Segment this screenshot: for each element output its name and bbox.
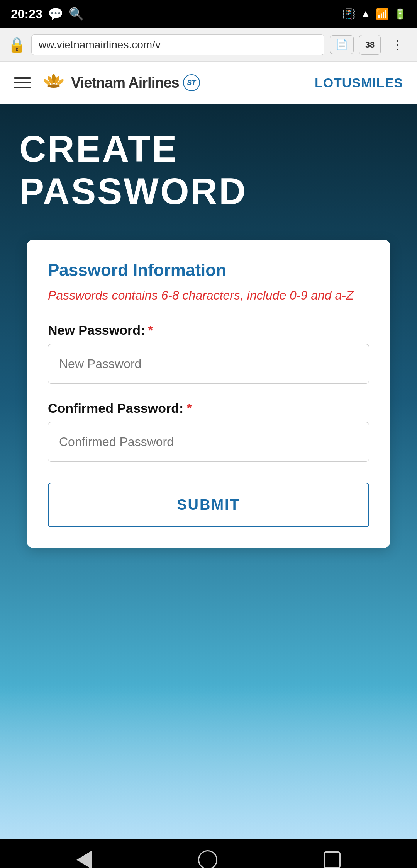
menu-button[interactable]: ⋮ bbox=[386, 34, 409, 55]
wifi-icon: ▲ bbox=[360, 8, 371, 20]
new-password-input[interactable] bbox=[48, 344, 369, 384]
lock-icon: 🔒 bbox=[8, 36, 26, 53]
required-star-confirm: * bbox=[186, 401, 192, 416]
card-section-title: Password Information bbox=[48, 260, 369, 280]
recents-button[interactable] bbox=[324, 851, 341, 868]
card-subtitle: Passwords contains 6-8 characters, inclu… bbox=[48, 287, 369, 304]
lotus-logo bbox=[40, 73, 67, 93]
back-button[interactable] bbox=[76, 851, 92, 868]
submit-button[interactable]: SUBMIT bbox=[48, 483, 369, 527]
home-button[interactable] bbox=[198, 850, 217, 868]
skyteam-badge: ST bbox=[183, 74, 200, 91]
password-form-card: Password Information Passwords contains … bbox=[27, 240, 390, 548]
home-icon bbox=[198, 850, 217, 868]
bottom-nav bbox=[0, 839, 417, 868]
hamburger-menu[interactable] bbox=[14, 77, 31, 88]
hamburger-line bbox=[14, 82, 31, 83]
logo-area: Vietnam Airlines ST bbox=[40, 73, 200, 93]
status-bar: 20:23 💬 🔍 📳 ▲ 📶 🔋 bbox=[0, 0, 417, 28]
back-icon bbox=[76, 851, 92, 868]
time-display: 20:23 bbox=[11, 7, 42, 21]
nav-left: Vietnam Airlines ST bbox=[14, 73, 200, 93]
hamburger-line bbox=[14, 77, 31, 79]
vibrate-icon: 📳 bbox=[342, 8, 356, 20]
reader-mode-button[interactable]: 📄 bbox=[330, 35, 354, 54]
lotus-smiles-logo[interactable]: LOTUSMILES bbox=[315, 75, 403, 90]
nav-header: Vietnam Airlines ST LOTUSMILES bbox=[0, 62, 417, 104]
tabs-button[interactable]: 38 bbox=[359, 35, 381, 55]
recents-icon bbox=[324, 851, 341, 868]
new-password-label: New Password: * bbox=[48, 323, 369, 338]
browser-bar: 🔒 ww.vietnamairlines.com/v 📄 38 ⋮ bbox=[0, 28, 417, 62]
page-title: CREATE PASSWORD bbox=[15, 128, 402, 213]
signal-icon: 📶 bbox=[376, 8, 389, 20]
hamburger-line bbox=[14, 87, 31, 88]
message-icon: 💬 bbox=[48, 7, 63, 21]
confirmed-password-input[interactable] bbox=[48, 422, 369, 462]
search-icon: 🔍 bbox=[69, 7, 84, 21]
battery-icon: 🔋 bbox=[394, 8, 406, 20]
cloud-overlay bbox=[0, 684, 417, 839]
required-star: * bbox=[148, 323, 153, 338]
hero-section: CREATE PASSWORD Password Information Pas… bbox=[0, 104, 417, 839]
status-left: 20:23 💬 🔍 bbox=[11, 7, 84, 21]
confirmed-password-label: Confirmed Password: * bbox=[48, 401, 369, 416]
url-bar[interactable]: ww.vietnamairlines.com/v bbox=[31, 34, 324, 55]
logo-text: Vietnam Airlines bbox=[71, 75, 179, 91]
status-icons: 📳 ▲ 📶 🔋 bbox=[342, 8, 406, 20]
svg-point-5 bbox=[47, 84, 59, 88]
